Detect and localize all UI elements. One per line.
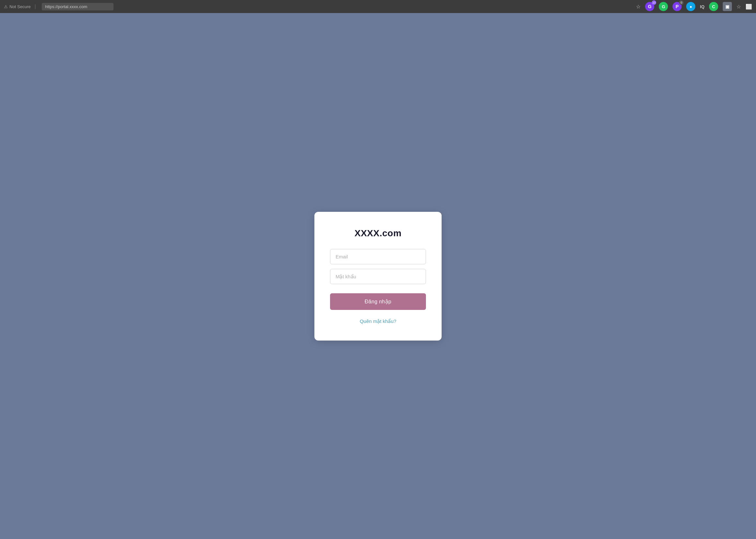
extension-icon-p[interactable]: P 0 <box>673 2 682 11</box>
page-content: XXXX.com Đăng nhập Quên mật khẩu? <box>0 13 756 539</box>
user-icon[interactable]: ⬜ <box>746 4 752 10</box>
extension-icon-purple[interactable]: G 10 <box>645 2 654 11</box>
login-card: XXXX.com Đăng nhập Quên mật khẩu? <box>315 212 441 341</box>
green-circle-icon[interactable]: C <box>709 2 718 11</box>
forgot-password-link[interactable]: Quên mật khẩu? <box>360 318 396 324</box>
separator: | <box>35 4 36 9</box>
password-input[interactable] <box>330 269 426 284</box>
browser-chrome: ⚠ Not Secure | https://portal.xxxx.com ☆… <box>0 0 756 13</box>
gray-square-icon[interactable]: ▣ <box>723 2 732 11</box>
warning-icon: ⚠ <box>4 4 8 9</box>
google-translate-icon[interactable]: G <box>659 2 668 11</box>
iq-icon[interactable]: IQ <box>700 4 705 9</box>
browser-icons: ☆ G 10 G P 0 ● IQ C ▣ ☆ ⬜ <box>636 2 752 11</box>
password-form-group <box>330 269 426 284</box>
star-icon[interactable]: ☆ <box>736 4 741 10</box>
not-secure-label: Not Secure <box>9 4 31 9</box>
email-input[interactable] <box>330 249 426 264</box>
bookmark-icon[interactable]: ☆ <box>636 4 640 10</box>
url-text: https://portal.xxxx.com <box>45 4 87 9</box>
teal-icon[interactable]: ● <box>686 2 695 11</box>
badge-count: 10 <box>652 0 656 5</box>
not-secure-indicator: ⚠ Not Secure <box>4 4 31 9</box>
site-title: XXXX.com <box>354 228 402 239</box>
login-button[interactable]: Đăng nhập <box>330 293 426 310</box>
badge-zero: 0 <box>679 0 684 5</box>
email-form-group <box>330 249 426 264</box>
url-bar[interactable]: https://portal.xxxx.com <box>42 3 114 10</box>
